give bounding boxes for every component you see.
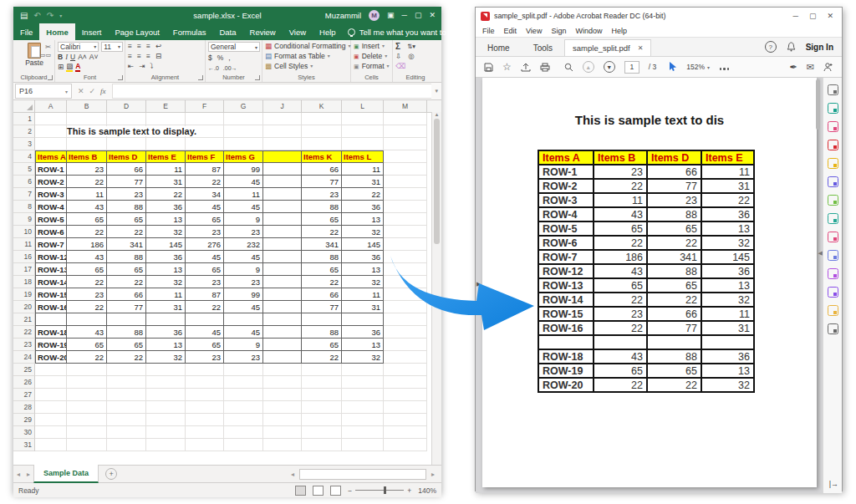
cell[interactable] <box>67 389 107 401</box>
cell[interactable]: 45 <box>186 251 224 263</box>
cell[interactable]: 66 <box>302 163 342 176</box>
row-header-29[interactable]: 29 <box>13 414 35 426</box>
cell[interactable]: 65 <box>107 339 146 351</box>
enter-icon[interactable]: ✓ <box>89 87 96 95</box>
cell[interactable]: 23 <box>186 276 224 288</box>
cell[interactable]: 11 <box>146 163 186 176</box>
cell[interactable]: 65 <box>186 263 224 276</box>
cell[interactable]: ROW-20 <box>35 351 67 364</box>
undo-icon[interactable]: ↶ <box>33 11 40 20</box>
percent-format-icon[interactable]: % <box>217 53 224 63</box>
column-header-G[interactable]: G <box>224 100 263 112</box>
cell[interactable] <box>263 125 302 138</box>
send-email-icon[interactable]: ✉ <box>807 62 814 73</box>
cell[interactable]: Items G <box>224 150 263 163</box>
tell-me-box[interactable]: Tell me what you want to do <box>348 28 457 37</box>
cell[interactable]: 45 <box>186 201 224 213</box>
cell[interactable]: 45 <box>224 176 263 188</box>
avatar[interactable]: M <box>369 10 380 21</box>
cell[interactable] <box>384 226 427 238</box>
hscroll-left-icon[interactable]: ◂ <box>288 471 298 478</box>
zoom-out-icon[interactable]: − <box>348 486 352 495</box>
cell[interactable] <box>67 401 107 414</box>
request-signatures-icon[interactable] <box>828 305 838 316</box>
cell[interactable]: ROW-5 <box>35 213 67 226</box>
certificates-icon[interactable] <box>828 287 838 298</box>
protect-icon[interactable] <box>828 250 838 261</box>
cell[interactable]: 32 <box>146 351 186 364</box>
wrap-text-icon[interactable]: ↩ <box>155 42 164 51</box>
document-tab[interactable]: sample_split.pdf ✕ <box>564 39 651 56</box>
cell[interactable]: 65 <box>107 263 146 276</box>
cell[interactable] <box>146 138 186 150</box>
cell[interactable]: ROW-13 <box>35 263 67 276</box>
cell[interactable] <box>384 113 427 125</box>
tab-tools[interactable]: Tools <box>522 40 564 56</box>
ribbon-display-icon[interactable]: ▣ <box>387 11 395 19</box>
scroll-up-icon[interactable]: ▲ <box>435 112 440 117</box>
font-size-combo[interactable]: 11▾ <box>101 42 123 52</box>
align-bottom-icon[interactable]: ≡ <box>146 42 153 51</box>
cell[interactable] <box>107 364 146 376</box>
borders-icon[interactable]: ⊞ <box>58 63 64 72</box>
autosum-icon[interactable]: Σ <box>395 42 400 51</box>
cell[interactable] <box>35 125 67 138</box>
cell[interactable] <box>146 313 186 326</box>
cell[interactable] <box>107 401 146 414</box>
cell[interactable] <box>146 439 186 451</box>
cell[interactable]: 22 <box>107 351 146 364</box>
font-grow-icon[interactable]: A˄ <box>78 53 87 62</box>
cell[interactable] <box>342 389 384 401</box>
cell[interactable] <box>263 439 302 451</box>
sheet-nav-right-icon[interactable]: ▸ <box>23 471 33 478</box>
cell[interactable] <box>384 401 427 414</box>
excel-tab-data[interactable]: Data <box>212 23 242 40</box>
cell[interactable]: 341 <box>302 238 342 251</box>
sheet-tab-sample-data[interactable]: Sample Data <box>33 465 99 483</box>
cell[interactable] <box>186 401 224 414</box>
row-header-24[interactable]: 24 <box>13 351 35 364</box>
cell[interactable] <box>35 414 67 426</box>
page-layout-view-icon[interactable] <box>313 486 324 496</box>
row-header-3[interactable]: 3 <box>13 138 35 150</box>
cell[interactable] <box>384 301 427 313</box>
cell[interactable]: 23 <box>186 226 224 238</box>
column-header-L[interactable]: L <box>342 100 384 112</box>
excel-tab-formulas[interactable]: Formulas <box>166 23 213 40</box>
cell[interactable] <box>302 439 342 451</box>
conditional-formatting-button[interactable]: ▦ Conditional Formatting▾ <box>265 42 349 51</box>
menu-view[interactable]: View <box>526 27 542 35</box>
cell[interactable]: 23 <box>186 351 224 364</box>
create-pdf-icon[interactable] <box>828 140 838 150</box>
cell[interactable] <box>107 414 146 426</box>
redo-icon[interactable]: ↷ <box>47 11 54 20</box>
zoom-control[interactable]: 152%▾ <box>686 63 710 71</box>
bold-button[interactable]: B <box>58 53 63 62</box>
cell[interactable] <box>263 138 302 150</box>
cell[interactable]: 31 <box>342 301 384 313</box>
cell[interactable]: 22 <box>342 188 384 201</box>
cell[interactable]: Items F <box>186 150 224 163</box>
column-header-E[interactable]: E <box>146 100 186 112</box>
cell[interactable] <box>384 125 427 138</box>
cell[interactable]: 23 <box>224 226 263 238</box>
cell[interactable]: 11 <box>146 288 186 301</box>
cell[interactable]: 77 <box>302 176 342 188</box>
cell[interactable] <box>35 376 67 389</box>
cell[interactable] <box>263 364 302 376</box>
cell[interactable] <box>107 439 146 451</box>
fill-sign-pen-icon[interactable]: ✒ <box>790 62 797 73</box>
cell[interactable]: 32 <box>146 276 186 288</box>
cell[interactable] <box>302 414 342 426</box>
cell[interactable] <box>224 439 263 451</box>
row-header-22[interactable]: 22 <box>13 326 35 339</box>
row-header-28[interactable]: 28 <box>13 401 35 414</box>
cell[interactable]: 66 <box>302 288 342 301</box>
cell[interactable]: 145 <box>146 238 186 251</box>
cell[interactable] <box>35 364 67 376</box>
cell[interactable]: ROW-3 <box>35 188 67 201</box>
cell[interactable] <box>302 426 342 439</box>
cell[interactable]: 65 <box>302 263 342 276</box>
print-icon[interactable] <box>540 63 550 72</box>
sheet-nav-left-icon[interactable]: ◂ <box>13 471 23 478</box>
